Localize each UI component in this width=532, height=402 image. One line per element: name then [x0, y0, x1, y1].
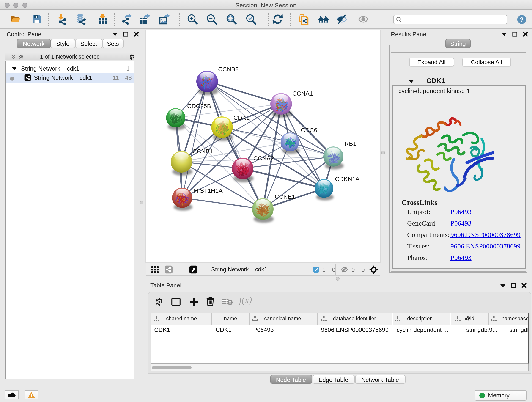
svg-text:RB1: RB1: [345, 140, 356, 147]
svg-text:CDC25B: CDC25B: [187, 103, 211, 109]
svg-text:CCNB1: CCNB1: [192, 148, 213, 155]
svg-text:CCNE1: CCNE1: [275, 193, 295, 200]
svg-text:CCNA2: CCNA2: [253, 155, 274, 162]
svg-text:HIST1H1A: HIST1H1A: [194, 187, 223, 194]
svg-text:?: ?: [520, 16, 524, 23]
svg-text:CCNB2: CCNB2: [218, 66, 239, 73]
svg-text:CDK1: CDK1: [234, 114, 249, 121]
svg-text:CCNA1: CCNA1: [292, 90, 313, 97]
svg-text:CDKN1A: CDKN1A: [335, 176, 360, 182]
svg-text:CDC6: CDC6: [301, 127, 317, 134]
